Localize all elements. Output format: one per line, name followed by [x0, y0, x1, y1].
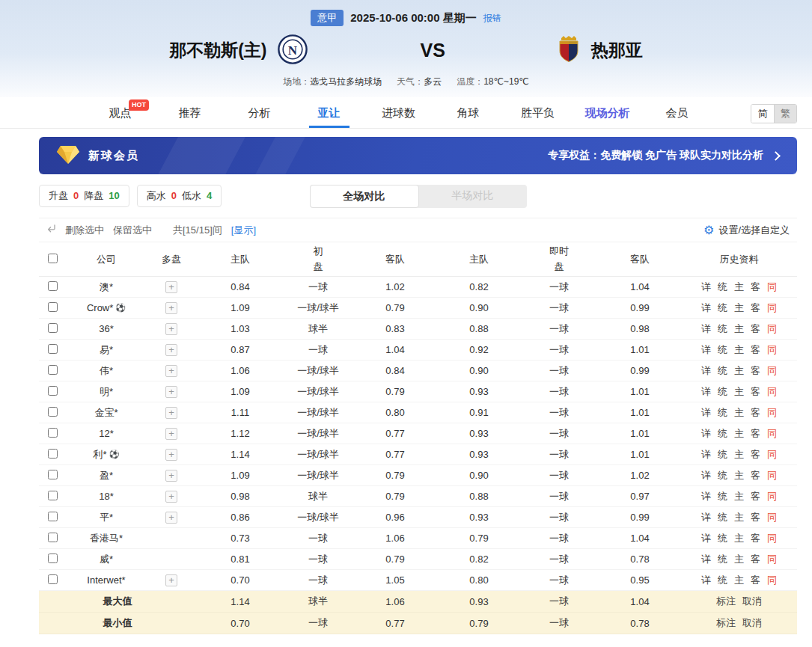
- history-link-3[interactable]: 主: [734, 532, 744, 545]
- history-link-1[interactable]: 详: [701, 469, 711, 482]
- history-link-5[interactable]: 同: [767, 511, 777, 524]
- nav-tab-2[interactable]: 推荐: [155, 97, 225, 128]
- history-link-5[interactable]: 同: [767, 553, 777, 566]
- row-checkbox[interactable]: [48, 428, 58, 438]
- delete-selected-button[interactable]: 删除选中: [65, 224, 104, 237]
- summary-action-2[interactable]: 取消: [742, 616, 762, 630]
- history-link-1[interactable]: 详: [701, 511, 711, 524]
- history-link-1[interactable]: 详: [701, 322, 711, 336]
- keep-selected-button[interactable]: 保留选中: [113, 224, 152, 237]
- history-link-4[interactable]: 客: [751, 427, 760, 441]
- expand-plus-button[interactable]: +: [165, 344, 177, 356]
- row-checkbox[interactable]: [48, 470, 58, 479]
- history-link-3[interactable]: 主: [734, 343, 744, 357]
- history-link-5[interactable]: 同: [767, 280, 777, 294]
- history-link-3[interactable]: 主: [734, 574, 744, 587]
- company-cell[interactable]: 伟*: [66, 364, 147, 378]
- history-link-1[interactable]: 详: [701, 448, 711, 462]
- history-link-2[interactable]: 统: [718, 448, 727, 462]
- history-link-2[interactable]: 统: [718, 511, 727, 524]
- expand-plus-button[interactable]: +: [165, 470, 177, 482]
- history-link-3[interactable]: 主: [734, 385, 744, 399]
- history-link-5[interactable]: 同: [767, 364, 777, 378]
- history-link-3[interactable]: 主: [734, 427, 744, 441]
- history-link-1[interactable]: 详: [701, 343, 711, 357]
- history-link-2[interactable]: 统: [718, 469, 727, 482]
- row-checkbox[interactable]: [48, 533, 58, 542]
- company-cell[interactable]: 平*: [66, 511, 147, 524]
- history-link-5[interactable]: 同: [767, 301, 777, 315]
- history-link-4[interactable]: 客: [751, 448, 760, 462]
- history-link-4[interactable]: 客: [751, 343, 760, 357]
- company-cell[interactable]: 澳*: [66, 280, 147, 294]
- history-link-1[interactable]: 详: [701, 406, 711, 420]
- history-link-2[interactable]: 统: [718, 301, 727, 315]
- history-link-4[interactable]: 客: [751, 553, 760, 566]
- history-link-1[interactable]: 详: [701, 427, 711, 441]
- full-match-tab[interactable]: 全场对比: [310, 185, 419, 208]
- settings-button[interactable]: ⚙ 设置/选择自定义: [703, 223, 790, 237]
- company-cell[interactable]: 明*: [66, 385, 147, 399]
- nav-tab-5[interactable]: 进球数: [364, 97, 433, 128]
- history-link-5[interactable]: 同: [767, 574, 777, 587]
- history-link-4[interactable]: 客: [751, 364, 760, 378]
- row-checkbox[interactable]: [48, 281, 58, 291]
- history-link-1[interactable]: 详: [701, 301, 711, 315]
- expand-plus-button[interactable]: +: [165, 323, 177, 335]
- history-link-4[interactable]: 客: [751, 301, 760, 315]
- history-link-4[interactable]: 客: [751, 406, 760, 420]
- history-link-1[interactable]: 详: [701, 490, 711, 503]
- history-link-5[interactable]: 同: [767, 322, 777, 336]
- history-link-3[interactable]: 主: [734, 280, 744, 294]
- history-link-2[interactable]: 统: [718, 280, 727, 294]
- nav-tab-6[interactable]: 角球: [433, 97, 503, 128]
- history-link-1[interactable]: 详: [701, 385, 711, 399]
- history-link-2[interactable]: 统: [718, 385, 727, 399]
- company-cell[interactable]: Crow*⚽: [66, 302, 147, 313]
- history-link-1[interactable]: 详: [701, 574, 711, 587]
- history-link-5[interactable]: 同: [767, 448, 777, 462]
- history-link-1[interactable]: 详: [701, 553, 711, 566]
- nav-tab-4[interactable]: 亚让: [294, 97, 364, 128]
- history-link-2[interactable]: 统: [718, 322, 727, 336]
- history-link-5[interactable]: 同: [767, 343, 777, 357]
- history-link-2[interactable]: 统: [718, 490, 727, 503]
- row-checkbox[interactable]: [48, 491, 58, 500]
- show-link[interactable]: [显示]: [231, 224, 256, 237]
- company-cell[interactable]: 香港马*: [66, 532, 147, 545]
- history-link-4[interactable]: 客: [751, 385, 760, 399]
- history-link-2[interactable]: 统: [718, 343, 727, 357]
- expand-plus-button[interactable]: +: [165, 281, 177, 293]
- company-cell[interactable]: 18*: [66, 491, 147, 502]
- history-link-3[interactable]: 主: [734, 469, 744, 482]
- row-checkbox[interactable]: [48, 574, 58, 584]
- company-cell[interactable]: 威*: [66, 553, 147, 566]
- company-cell[interactable]: 盈*: [66, 469, 147, 482]
- history-link-2[interactable]: 统: [718, 532, 727, 545]
- history-link-5[interactable]: 同: [767, 385, 777, 399]
- company-cell[interactable]: 36*: [66, 323, 147, 334]
- company-cell[interactable]: 12*: [66, 428, 147, 439]
- nav-tab-7[interactable]: 胜平负: [503, 97, 573, 128]
- history-link-3[interactable]: 主: [734, 301, 744, 315]
- half-match-tab[interactable]: 半场对比: [419, 185, 527, 208]
- history-link-3[interactable]: 主: [734, 553, 744, 566]
- expand-plus-button[interactable]: +: [165, 302, 177, 314]
- company-cell[interactable]: Interwet*: [66, 574, 147, 586]
- history-link-5[interactable]: 同: [767, 406, 777, 420]
- row-checkbox[interactable]: [48, 386, 58, 396]
- expand-plus-button[interactable]: +: [165, 428, 177, 440]
- summary-action-1[interactable]: 标注: [716, 616, 736, 630]
- history-link-4[interactable]: 客: [751, 511, 760, 524]
- history-link-4[interactable]: 客: [751, 322, 760, 336]
- company-cell[interactable]: 利*⚽: [66, 448, 147, 462]
- lang-traditional-button[interactable]: 繁: [774, 105, 796, 123]
- company-cell[interactable]: 易*: [66, 343, 147, 357]
- history-link-3[interactable]: 主: [734, 448, 744, 462]
- nav-tab-8[interactable]: 现场分析: [573, 97, 642, 128]
- nav-tab-1[interactable]: 观点HOT: [85, 97, 155, 128]
- expand-plus-button[interactable]: +: [165, 407, 177, 419]
- history-link-4[interactable]: 客: [751, 469, 760, 482]
- history-link-2[interactable]: 统: [718, 406, 727, 420]
- row-checkbox[interactable]: [48, 554, 58, 563]
